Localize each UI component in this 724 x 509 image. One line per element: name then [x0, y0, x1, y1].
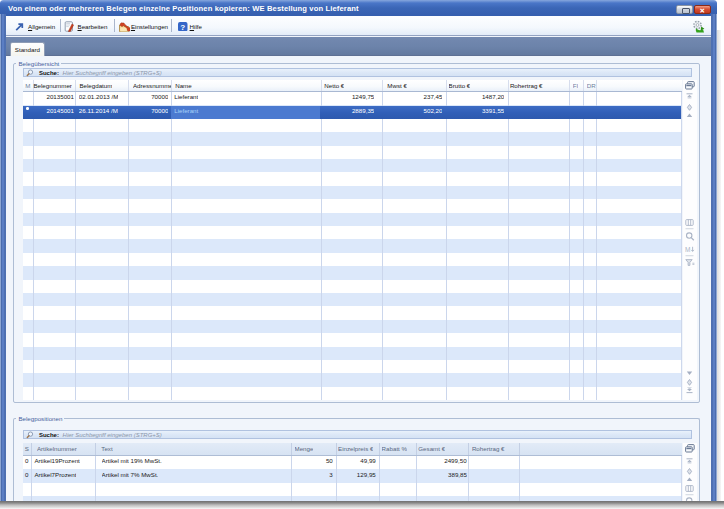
- svg-text:?: ?: [181, 22, 186, 31]
- svg-text:M: M: [685, 246, 690, 253]
